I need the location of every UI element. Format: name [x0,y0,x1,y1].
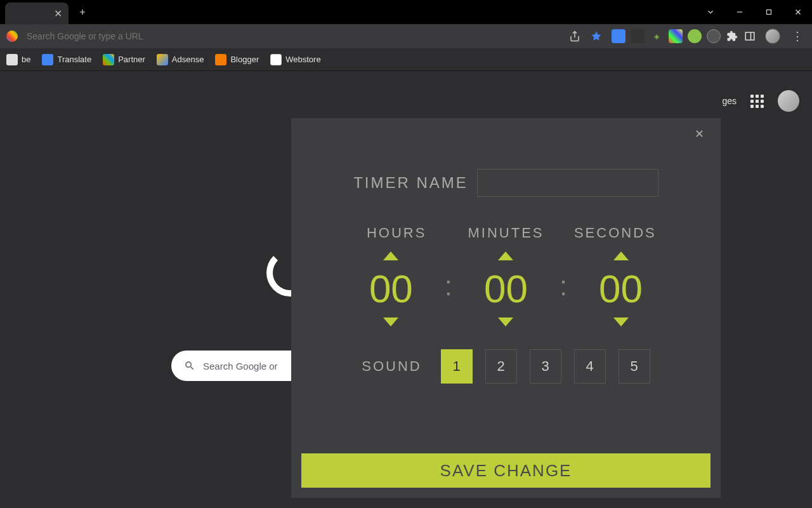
bookmark-item[interactable]: Webstore [270,54,320,65]
share-icon[interactable] [568,30,581,43]
sound-option-5[interactable]: 5 [619,349,650,384]
svg-marker-5 [592,32,601,41]
menu-icon[interactable]: ⋮ [789,29,806,43]
extension-icon[interactable] [707,29,721,43]
bookmark-item[interactable]: be [6,54,30,65]
search-placeholder: Search Google or [203,361,278,371]
timer-name-row: TIMER NAME [317,169,695,197]
save-button[interactable]: SAVE CHANGE [301,453,710,488]
seconds-up-icon[interactable] [613,251,629,260]
apps-icon[interactable] [750,95,764,108]
close-icon[interactable]: ✕ [691,126,707,142]
extension-icons: ◈ [612,29,756,43]
ntp-link[interactable]: ges [722,96,737,106]
time-separator: : [560,271,567,302]
timer-name-label: TIMER NAME [353,174,468,192]
hours-unit: 00 [346,251,435,326]
bookmarks-bar: be Translate Partner Adsense Blogger Web… [0,48,812,71]
google-icon [6,30,18,42]
bookmark-label: Adsense [172,55,204,64]
bookmark-item[interactable]: Blogger [215,54,259,65]
close-icon[interactable]: ✕ [54,8,62,20]
minutes-down-icon[interactable] [498,318,513,326]
minutes-value: 00 [484,269,528,309]
svg-rect-1 [767,10,771,15]
timer-modal: ✕ TIMER NAME HOURS MINUTES SECONDS 00 : [291,118,721,498]
seconds-value: 00 [599,269,643,309]
hours-up-icon[interactable] [383,251,398,260]
bookmark-label: Partner [118,55,145,64]
seconds-unit: 00 [577,251,665,326]
bookmark-item[interactable]: Adsense [157,54,204,65]
sound-option-3[interactable]: 3 [530,349,561,384]
time-controls: 00 : 00 : 00 [317,251,695,326]
modal-header: ✕ [291,118,721,150]
extension-icon[interactable] [631,29,645,43]
modal-footer: SAVE CHANGE [291,443,721,498]
bookmark-item[interactable]: Translate [42,54,91,65]
hours-value: 00 [369,269,413,309]
new-tab-button[interactable] [74,3,91,21]
window-controls [702,3,807,21]
sound-label: SOUND [362,358,421,375]
sound-option-1[interactable]: 1 [441,349,473,384]
minutes-unit: 00 [461,251,550,326]
hours-down-icon[interactable] [383,318,398,326]
omnibox[interactable] [23,31,563,41]
bookmark-label: Webstore [285,55,320,64]
browser-tab[interactable]: ✕ [5,3,69,24]
extension-icon[interactable] [669,29,683,43]
search-icon [184,360,195,371]
profile-avatar[interactable] [765,29,780,44]
extensions-puzzle-icon[interactable] [726,30,738,43]
close-window-icon[interactable] [789,3,807,21]
tab-strip: ✕ [5,0,91,24]
sidepanel-icon[interactable] [743,30,756,43]
time-separator: : [445,271,452,302]
bookmark-label: be [22,55,30,64]
minutes-up-icon[interactable] [498,251,513,260]
hours-label: HOURS [352,225,441,241]
browser-toolbar: ◈ ⋮ [0,24,812,48]
bookmark-label: Translate [57,55,91,64]
page-content: ges iEDGE123 Search Google or ✕ TIMER NA… [0,71,812,508]
extension-icon[interactable] [688,29,702,43]
minimize-icon[interactable] [731,3,749,21]
svg-rect-6 [745,32,754,40]
window-titlebar: ✕ [0,0,812,24]
sound-option-4[interactable]: 4 [574,349,606,384]
bookmark-star-icon[interactable] [590,30,603,43]
maximize-icon[interactable] [760,3,778,21]
seconds-label: SECONDS [571,225,660,241]
sound-option-2[interactable]: 2 [485,349,517,384]
chevron-down-icon[interactable] [702,3,719,21]
minutes-label: MINUTES [461,225,550,241]
extension-icon[interactable]: ◈ [650,29,664,43]
account-avatar[interactable] [778,90,799,112]
sound-row: SOUND 1 2 3 4 5 [317,349,695,384]
time-labels: HOURS MINUTES SECONDS [317,225,695,241]
bookmark-item[interactable]: Partner [103,54,145,65]
ntp-header: ges [722,90,799,112]
timer-name-input[interactable] [477,169,658,197]
bookmark-label: Blogger [230,55,259,64]
seconds-down-icon[interactable] [613,318,629,326]
extension-icon[interactable] [612,29,625,43]
